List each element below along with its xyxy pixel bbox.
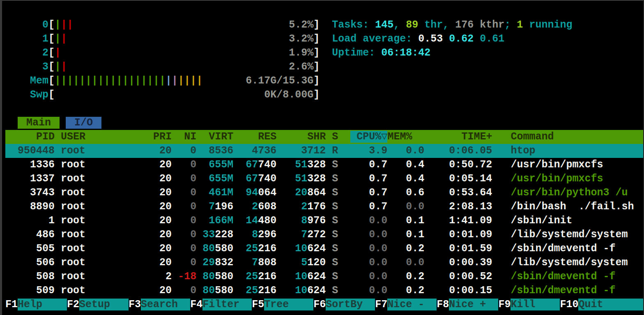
process-row-1[interactable]: 1 root 20 0 166M 14480 8976 S 0.0 0.1 1:…: [5, 214, 643, 228]
cell-mem-percent: 0.0: [387, 257, 424, 269]
meter-open-bracket: [: [48, 19, 55, 31]
gap: [492, 131, 511, 143]
cell-user: root: [61, 159, 153, 171]
fkey-f3[interactable]: F3: [129, 299, 141, 310]
fkey-f6[interactable]: F6: [313, 299, 326, 310]
cell-cpu-percent: 0.7: [338, 201, 387, 213]
cell-res-kb: 740: [258, 159, 276, 171]
cell-time: 0:53.64: [424, 187, 492, 199]
cell-command: /sbin/dmeventd -f: [511, 271, 615, 283]
cell-ni: 0: [178, 201, 196, 213]
cell-pri: 20: [153, 285, 172, 296]
cell-user: root: [61, 257, 153, 269]
cell-state: R: [332, 145, 338, 157]
col-pri[interactable]: PRI: [153, 131, 172, 143]
process-row-1336[interactable]: 1336 root 20 0 655M 67740 51328 S 0.7 0.…: [5, 158, 643, 172]
gap: [5, 117, 18, 129]
cell-cpu-percent: 0.0: [338, 271, 387, 283]
process-row-8890[interactable]: 8890 root 20 0 7196 2608 2176 S 0.7 0.0 …: [5, 200, 643, 214]
process-row-509[interactable]: 509 root 20 0 80580 25216 10624 S 0.0 0.…: [5, 284, 643, 298]
gap: [276, 229, 283, 241]
col-time[interactable]: TIME+: [424, 131, 492, 143]
col-pid[interactable]: PID: [5, 131, 55, 143]
col-mem[interactable]: MEM%: [387, 131, 424, 143]
col-shr[interactable]: SHR: [283, 131, 326, 143]
col-user[interactable]: USER: [61, 131, 153, 143]
meter-close-bracket: ]: [313, 61, 320, 73]
fkey-action-quit[interactable]: Quit: [578, 299, 644, 310]
col-state[interactable]: S: [332, 131, 338, 143]
meter-open-bracket: [: [48, 61, 55, 73]
meter-label-cpu1: 1: [5, 33, 48, 45]
cell-pri: 2: [153, 271, 172, 283]
col-ni[interactable]: NI: [178, 131, 196, 143]
cell-virt-mb: 33: [202, 229, 215, 241]
cell-state: S: [332, 243, 338, 255]
process-row-950448[interactable]: 950448 root 20 0 8536 4736 3712 R 3.9 0.…: [5, 144, 643, 158]
fkey-f1[interactable]: F1: [5, 299, 18, 310]
cell-user: root: [61, 173, 153, 185]
fkey-f9[interactable]: F9: [498, 299, 511, 310]
fkey-action-sortby[interactable]: SortBy: [326, 299, 375, 310]
tab-io[interactable]: I/O: [66, 117, 101, 129]
fkey-action-help[interactable]: Help: [18, 299, 67, 310]
cell-res-kb: 480: [258, 215, 276, 227]
fkey-action-nice-[interactable]: Nice +: [449, 299, 498, 310]
gap: [276, 145, 283, 157]
cell-res-mb: 25: [239, 271, 258, 283]
cell-pri: 20: [153, 243, 172, 255]
col-command[interactable]: Command: [511, 131, 554, 143]
cell-time: 2:08.13: [424, 201, 492, 213]
cell-virt-kb: 580: [215, 243, 233, 255]
cell-res-mb: 94: [239, 187, 258, 199]
gap: [326, 145, 332, 157]
fkey-f2[interactable]: F2: [67, 299, 79, 310]
process-row-505[interactable]: 505 root 20 0 80580 25216 10624 S 0.0 0.…: [5, 242, 643, 256]
fkey-action-nice-[interactable]: Nice -: [387, 299, 437, 310]
process-row-506[interactable]: 506 root 20 0 29832 7808 5120 S 0.0 0.0 …: [5, 256, 643, 270]
col-cpu-sort-active[interactable]: CPU%▽: [350, 131, 387, 143]
cell-virt-mb: 655M: [202, 159, 233, 171]
fkey-f7[interactable]: F7: [375, 299, 387, 310]
htop-terminal: 0[||| 5.2%] Tasks: 145, 89 thr, 176 kthr…: [0, 0, 644, 315]
process-row-3743[interactable]: 3743 root 20 0 461M 94064 20864 S 0.7 0.…: [5, 186, 643, 200]
cell-res: 4736: [239, 145, 276, 157]
gap: [233, 257, 239, 269]
fkey-action-setup[interactable]: Setup: [79, 299, 129, 310]
fkey-f4[interactable]: F4: [190, 299, 202, 310]
meter-close-bracket: ]: [313, 47, 320, 59]
gap: [326, 131, 332, 143]
gap: [233, 159, 239, 171]
process-row-1337[interactable]: 1337 root 20 0 655M 67740 51328 S 0.7 0.…: [5, 172, 643, 186]
process-row-486[interactable]: 486 root 20 0 33228 8296 7272 S 0.0 0.1 …: [5, 228, 643, 242]
gap: [196, 257, 202, 269]
gap: [326, 173, 332, 185]
cell-mem-percent: 0.1: [387, 215, 424, 227]
fkey-action-filter[interactable]: Filter: [202, 299, 252, 310]
meter-close-bracket: ]: [313, 75, 320, 87]
fkey-action-kill[interactable]: Kill: [511, 299, 560, 310]
cell-cpu-percent: 0.7: [338, 159, 387, 171]
tab-main[interactable]: Main: [18, 117, 60, 129]
gap: [196, 173, 202, 185]
gap: [172, 187, 178, 199]
cell-shr-mb: 20: [283, 187, 307, 199]
process-row-508[interactable]: 508 root 2 -18 80580 25216 10624 S 0.0 0…: [5, 270, 643, 284]
col-virt[interactable]: VIRT: [202, 131, 233, 143]
cell-mem-percent: 0.2: [387, 243, 424, 255]
col-res[interactable]: RES: [239, 131, 276, 143]
cell-user: root: [61, 243, 153, 255]
meter-label-cpu2: 2: [5, 47, 48, 59]
fkey-f8[interactable]: F8: [437, 299, 449, 310]
fkey-f10[interactable]: F10: [560, 299, 578, 310]
gap: [55, 229, 61, 241]
fkey-action-search[interactable]: Search: [141, 299, 190, 310]
cell-cpu-percent: 0.0: [338, 257, 387, 269]
cell-time: 0:00.39: [424, 257, 492, 269]
cell-res-mb: 8: [239, 229, 258, 241]
cell-user: root: [61, 285, 153, 296]
gap: [276, 131, 283, 143]
fkey-f5[interactable]: F5: [252, 299, 264, 310]
fkey-action-tree[interactable]: Tree: [264, 299, 313, 310]
cell-ni: 0: [178, 173, 196, 185]
